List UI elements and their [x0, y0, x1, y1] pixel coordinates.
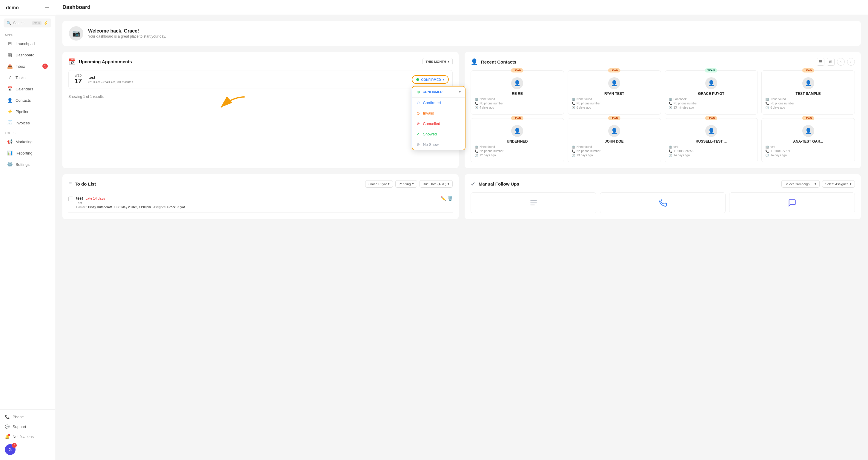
contact-card-undefined[interactable]: Lead 👤 UNDEFINED 🏢None found 📞No phone n… [471, 118, 564, 162]
tools-section-label: Tools [0, 129, 55, 136]
apps-section-label: Apps [0, 30, 55, 38]
sidebar-item-label: Calendars [16, 87, 33, 91]
status-dropdown-popup: ⊕ CONFIRMED ▾ ⊕ Confirmed ⊙ [412, 86, 465, 150]
contact-card-johndoe[interactable]: Lead 👤 JOHN DOE 🏢None found 📞No phone nu… [568, 118, 661, 162]
assignee-filter-btn[interactable]: Grace Puyot ▾ [365, 180, 393, 188]
todo-delete-btn[interactable]: 🗑️ [447, 196, 453, 201]
contact-name: UNDEFINED [474, 139, 560, 143]
sidebar-item-label: Settings [16, 162, 30, 167]
top-two-col: 📅 Upcoming Appointments THIS MONTH ▾ WED [62, 52, 861, 168]
contact-card-ryantest[interactable]: Lead 👤 RYAN TEST 🏢None found 📞No phone n… [568, 70, 661, 114]
sidebar-item-invoices[interactable]: 🧾 Invoices [2, 118, 53, 128]
sidebar-item-inbox[interactable]: 📥 Inbox 1 [2, 61, 53, 72]
contact-avatar: 👤 [802, 125, 814, 137]
contact-phone-row: 📞No phone number [669, 102, 754, 105]
showing-row: Showing 1 of 1 results SHOW ALL › [68, 94, 453, 100]
contact-card-russelltest[interactable]: Lead 👤 RUSSELL-TEST ... 🏢test 📞+19188524… [665, 118, 758, 162]
todo-desc: Test [76, 201, 438, 205]
appointment-item: WED 17 test 8:10 AM - 8:40 AM, 30 minute… [68, 70, 453, 89]
todo-header: ≡ To do List Grace Puyot ▾ Pending ▾ Due… [68, 180, 453, 188]
sidebar-item-calendars[interactable]: 📅 Calendars [2, 84, 53, 94]
campaign-filter-btn[interactable]: Select Campaign ... ▾ [781, 180, 819, 188]
status-filter-btn[interactable]: Pending ▾ [395, 180, 417, 188]
contacts-card-icon: 👤 [471, 58, 478, 65]
sidebar-item-launchpad[interactable]: ⊞ Launchpad [2, 38, 53, 49]
sidebar-item-phone[interactable]: 📞 Phone [0, 412, 55, 422]
contact-card-anatest[interactable]: Lead 👤 ANA-TEST GAR... 🏢test 📞+191849772… [762, 118, 855, 162]
contact-address-row: 🏢test [765, 145, 851, 149]
chevron-icon: ▾ [388, 182, 390, 186]
contact-phone-row: 📞+19188524855 [669, 150, 754, 153]
search-bar[interactable]: 🔍 Search ctrl K ⚡ [4, 19, 51, 27]
contact-address-row: 🏢None found [765, 98, 851, 101]
bottom-two-col: ≡ To do List Grace Puyot ▾ Pending ▾ Due… [62, 174, 861, 219]
todo-actions: ✏️ 🗑️ [441, 196, 453, 201]
status-dropdown: ⊕ CONFIRMED ▾ ⊕ CONFIRMED ▾ [412, 75, 449, 84]
list-view-btn[interactable]: ☰ [817, 58, 825, 66]
sidebar-item-support[interactable]: 💬 Support [0, 422, 55, 432]
contact-phone-row: 📞No phone number [571, 102, 657, 105]
month-label: THIS MONTH [426, 60, 446, 64]
contacts-grid-row1: Lead 👤 RE RE 🏢None found 📞No phone numbe… [471, 70, 855, 114]
month-selector[interactable]: THIS MONTH ▾ [423, 58, 453, 65]
status-btn-label: CONFIRMED [421, 78, 441, 81]
sidebar-item-pipeline[interactable]: ⚡ Pipeline [2, 106, 53, 117]
sidebar-item-marketing[interactable]: 📢 Marketing [2, 136, 53, 147]
next-contacts-btn[interactable]: › [847, 58, 855, 66]
dropdown-header-text: CONFIRMED [423, 90, 442, 94]
notifications-icon: 🔔 [5, 434, 9, 439]
contact-phone-row: 📞No phone number [765, 102, 851, 105]
tasks-icon: ✓ [7, 75, 12, 80]
support-icon: 💬 [5, 425, 9, 429]
due-filter-btn[interactable]: Due Date (ASC) ▾ [420, 180, 453, 188]
sidebar-item-profile[interactable]: G 6 [0, 441, 55, 458]
contacts-title: Recent Contacts [481, 59, 516, 64]
welcome-banner: 📷 Welcome back, Grace! Your dashboard is… [62, 21, 861, 46]
status-button[interactable]: ⊕ CONFIRMED ▾ [412, 75, 449, 84]
sidebar-item-dashboard[interactable]: ▦ Dashboard [2, 50, 53, 60]
dashboard-icon: ▦ [7, 52, 12, 58]
sidebar-item-contacts[interactable]: 👤 Contacts [2, 95, 53, 106]
contact-name: TEST SAMPLE [765, 92, 851, 96]
sidebar-item-notifications[interactable]: 🔔 Notifications [0, 432, 55, 441]
topbar: Dashboard [55, 0, 868, 15]
contact-time-row: 🕐13 days ago [571, 154, 657, 157]
menu-toggle-icon[interactable]: ☰ [45, 5, 49, 10]
dropdown-item-invalid[interactable]: ⊙ Invalid [412, 108, 465, 119]
contact-card-gracepuyot[interactable]: Team 👤 GRACE PUYOT 🏢Facebook 📞No phone n… [665, 70, 758, 114]
todo-assigned: Grace Puyot [167, 205, 185, 209]
sidebar-item-tasks[interactable]: ✓ Tasks [2, 72, 53, 83]
dropdown-item-cancelled[interactable]: ⊗ Cancelled [412, 119, 465, 129]
inbox-icon: 📥 [7, 64, 12, 69]
contact-name: RUSSELL-TEST ... [669, 139, 754, 143]
support-label: Support [12, 425, 26, 429]
contact-card-testsample[interactable]: Lead 👤 TEST SAMPLE 🏢None found 📞No phone… [762, 70, 855, 114]
contact-time-row: 🕐6 days ago [765, 106, 851, 109]
sidebar-item-label: Invoices [16, 121, 30, 125]
contact-name: RE RE [474, 92, 560, 96]
sidebar-item-settings[interactable]: ⚙️ Settings [2, 159, 53, 170]
sidebar-item-label: Inbox [16, 64, 25, 69]
dropdown-item-confirmed[interactable]: ⊕ Confirmed [412, 98, 465, 108]
grid-view-btn[interactable]: ⊞ [827, 58, 835, 66]
dropdown-item-noshow[interactable]: ⊖ No Show [412, 139, 465, 150]
sidebar-item-reporting[interactable]: 📊 Reporting [2, 148, 53, 158]
assignee-filter-btn[interactable]: Select Assignee ▾ [822, 180, 855, 188]
contact-avatar: 👤 [608, 77, 620, 89]
sidebar-item-label: Dashboard [16, 53, 35, 57]
todo-edit-btn[interactable]: ✏️ [441, 196, 446, 201]
contact-card-rere[interactable]: Lead 👤 RE RE 🏢None found 📞No phone numbe… [471, 70, 564, 114]
due-filter-label: Due Date (ASC) [423, 182, 446, 186]
calendars-icon: 📅 [7, 86, 12, 92]
follow-up-list-icon [471, 192, 596, 213]
appointments-icon: 📅 [68, 58, 76, 65]
follow-ups-header: ✓ Manual Follow Ups Select Campaign ... … [471, 180, 855, 188]
chevron-down-icon: ▾ [447, 60, 450, 64]
follow-ups-title: Manual Follow Ups [478, 182, 519, 187]
todo-checkbox[interactable] [68, 197, 73, 201]
contact-badge: Lead [705, 116, 717, 120]
prev-contacts-btn[interactable]: ‹ [837, 58, 845, 66]
sidebar-bottom: 📞 Phone 💬 Support 🔔 Notifications G 6 [0, 409, 55, 460]
contact-badge: Lead [802, 68, 814, 72]
dropdown-item-showed[interactable]: ✓ Showed [412, 129, 465, 139]
